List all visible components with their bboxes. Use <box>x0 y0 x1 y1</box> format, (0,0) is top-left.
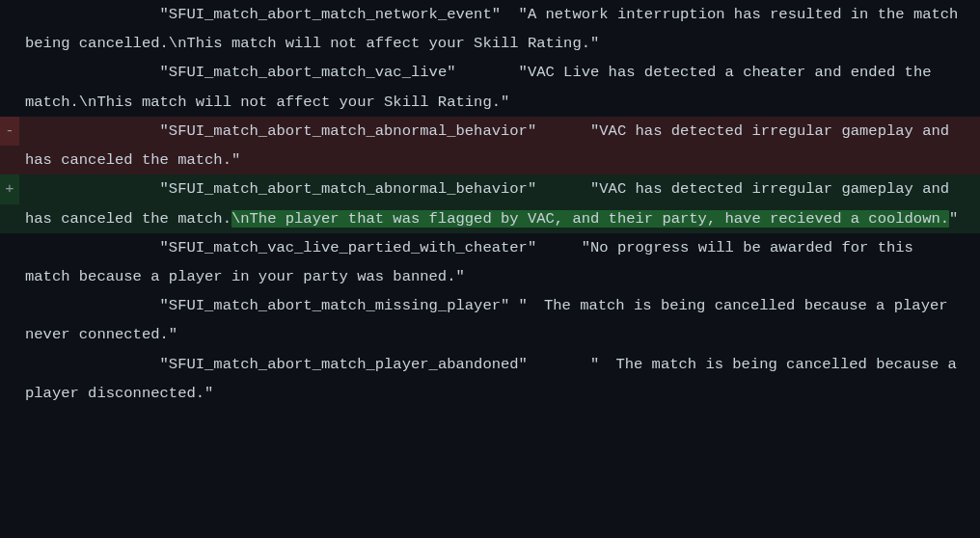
string-key: "SFUI_match_abort_match_abnormal_behavio… <box>160 180 537 198</box>
diff-content: "SFUI_match_abort_match_vac_live" "VAC L… <box>19 58 980 116</box>
string-value-after: " <box>949 210 958 228</box>
diff-line-context[interactable]: "SFUI_match_abort_match_network_event" "… <box>0 0 980 58</box>
diff-marker-minus: - <box>0 117 19 146</box>
diff-content: "SFUI_match_abort_match_abnormal_behavio… <box>19 175 980 232</box>
code-indent <box>25 175 160 203</box>
string-key: "SFUI_match_vac_live_partied_with_cheate… <box>160 239 537 256</box>
diff-content: "SFUI_match_abort_match_player_abandoned… <box>19 350 980 408</box>
code-spacer <box>455 64 518 81</box>
code-spacer <box>501 6 519 23</box>
diff-content: "SFUI_match_abort_match_abnormal_behavio… <box>19 117 980 175</box>
code-spacer <box>536 180 590 198</box>
diff-line-addition[interactable]: + "SFUI_match_abort_match_abnormal_behav… <box>0 175 980 232</box>
code-indent <box>25 117 160 146</box>
diff-line-context[interactable]: "SFUI_match_abort_match_player_abandoned… <box>0 350 980 408</box>
diff-content: "SFUI_match_abort_match_network_event" "… <box>19 0 980 58</box>
string-value-after: " <box>231 151 240 169</box>
string-key: "SFUI_match_abort_match_vac_live" <box>160 64 456 81</box>
code-indent <box>25 291 160 320</box>
string-key: "SFUI_match_abort_match_abnormal_behavio… <box>160 122 537 140</box>
diff-line-context[interactable]: "SFUI_match_abort_match_vac_live" "VAC L… <box>0 58 980 116</box>
code-indent <box>25 350 160 379</box>
code-indent <box>25 0 160 29</box>
diff-marker-plus: + <box>0 175 19 203</box>
diff-line-context[interactable]: "SFUI_match_abort_match_missing_player" … <box>0 291 980 349</box>
code-spacer <box>509 297 518 314</box>
code-spacer <box>536 122 590 140</box>
string-key: "SFUI_match_abort_match_player_abandoned… <box>160 356 528 373</box>
string-key: "SFUI_match_abort_match_network_event" <box>160 6 501 23</box>
diff-container: "SFUI_match_abort_match_network_event" "… <box>0 0 980 408</box>
code-spacer <box>536 239 582 256</box>
code-spacer <box>528 356 590 373</box>
code-indent <box>25 233 160 262</box>
code-indent <box>25 58 160 87</box>
diff-content: "SFUI_match_vac_live_partied_with_cheate… <box>19 233 980 291</box>
string-value-highlight: \nThe player that was flagged by VAC, an… <box>231 210 949 228</box>
diff-content: "SFUI_match_abort_match_missing_player" … <box>19 291 980 349</box>
diff-line-context[interactable]: "SFUI_match_vac_live_partied_with_cheate… <box>0 233 980 291</box>
string-key: "SFUI_match_abort_match_missing_player" <box>160 297 510 314</box>
diff-line-deletion[interactable]: - "SFUI_match_abort_match_abnormal_behav… <box>0 117 980 175</box>
